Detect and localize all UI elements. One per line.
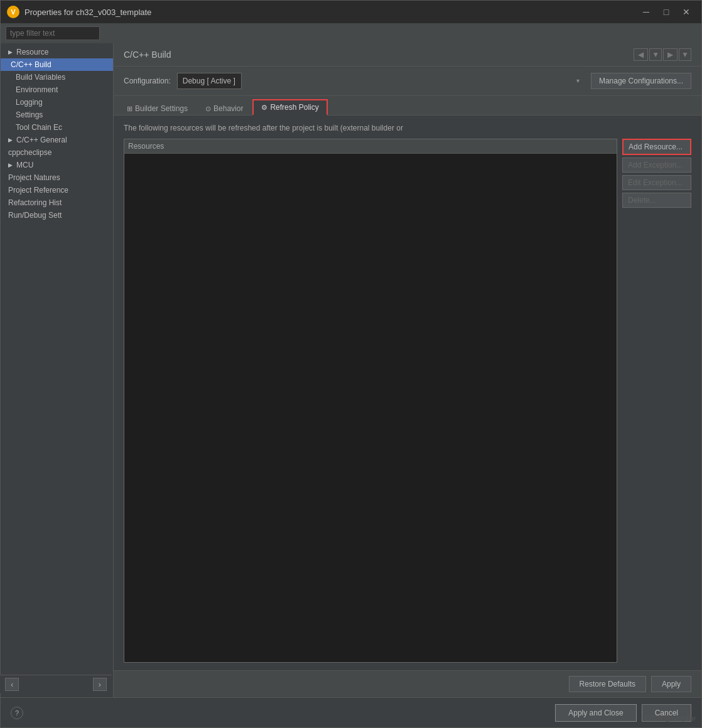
add-resource-button[interactable]: Add Resource... [622, 139, 691, 155]
sidebar-item-environment[interactable]: Environment [1, 83, 113, 96]
sidebar-item-build-variables[interactable]: Build Variables [1, 71, 113, 83]
sidebar-label-cpp-general: C/C++ General [16, 136, 67, 144]
sidebar-scroll-left[interactable]: ‹ [5, 678, 19, 691]
sidebar-label-logging: Logging [16, 98, 43, 107]
tab-builder-settings[interactable]: ⊞ Builder Settings [119, 101, 196, 115]
edit-exception-button[interactable]: Edit Exception... [622, 175, 691, 190]
behavior-icon: ⊙ [205, 105, 211, 113]
window-title: Properties for ch32_v003_template [24, 8, 151, 17]
arrow-icon-mcu: ▶ [8, 162, 13, 168]
sidebar-item-tool-chain-ec[interactable]: Tool Chain Ec [1, 121, 113, 134]
resources-content [124, 154, 617, 662]
sidebar-item-run-debug-sett[interactable]: Run/Debug Sett [1, 209, 113, 222]
sidebar-label-settings: Settings [16, 110, 43, 119]
config-row: Configuration: Debug [ Active ] Manage C… [114, 67, 701, 96]
sidebar-label-cpp-build: C/C++ Build [11, 60, 51, 69]
right-panel: C/C++ Build ◀ ▼ ▶ ▼ Configuration: Debug… [114, 43, 701, 697]
minimize-button[interactable]: ─ [637, 5, 655, 19]
sidebar-label-run-debug-sett: Run/Debug Sett [8, 211, 62, 220]
title-bar-left: V Properties for ch32_v003_template [7, 6, 151, 18]
description-text: The following resources will be refreshe… [124, 123, 691, 134]
tab-refresh-policy[interactable]: ⚙ Refresh Policy [252, 99, 327, 115]
sidebar-label-cppcheclipse: cppcheclipse [8, 148, 51, 157]
sidebar-item-project-references[interactable]: Project Reference [1, 184, 113, 196]
forward-dropdown-button[interactable]: ▼ [679, 48, 691, 61]
tab-label-refresh-policy: Refresh Policy [270, 103, 318, 112]
apply-and-close-button[interactable]: Apply and Close [555, 704, 636, 722]
config-label: Configuration: [124, 77, 171, 85]
panel-title: C/C++ Build [124, 50, 171, 60]
sidebar-label-resource: Resource [16, 48, 48, 56]
content-area: The following resources will be refreshe… [114, 115, 701, 670]
panel-header: C/C++ Build ◀ ▼ ▶ ▼ [114, 43, 701, 67]
resources-with-buttons: Resources Add Resource... Add Exception.… [124, 139, 691, 663]
manage-configurations-button[interactable]: Manage Configurations... [591, 73, 691, 89]
tab-label-behavior: Behavior [213, 104, 243, 113]
sidebar-item-refactoring-hist[interactable]: Refactoring Hist [1, 196, 113, 209]
sidebar-item-settings[interactable]: Settings [1, 109, 113, 121]
tab-bar: ⊞ Builder Settings ⊙ Behavior ⚙ Refresh … [114, 96, 701, 115]
back-dropdown-button[interactable]: ▼ [649, 48, 662, 61]
sidebar-item-cppcheclipse[interactable]: cppcheclipse [1, 146, 113, 159]
main-content: ▶ Resource C/C++ Build Build Variables E… [1, 43, 701, 697]
config-select-wrapper: Debug [ Active ] [177, 73, 585, 89]
sidebar-item-mcu[interactable]: ▶ MCU [1, 159, 113, 171]
builder-settings-icon: ⊞ [127, 105, 132, 113]
config-select[interactable]: Debug [ Active ] [177, 73, 242, 89]
arrow-icon: ▶ [8, 49, 13, 55]
sidebar-label-mcu: MCU [16, 161, 33, 169]
sidebar-scroll-right[interactable]: › [93, 678, 107, 691]
filter-input[interactable] [6, 26, 100, 40]
resources-section: Resources [124, 139, 617, 663]
filter-bar [1, 23, 701, 43]
window-controls: ─ □ ✕ [637, 5, 695, 19]
footer: ? Apply and Close Cancel [1, 697, 701, 727]
sidebar: ▶ Resource C/C++ Build Build Variables E… [1, 43, 114, 697]
tab-label-builder-settings: Builder Settings [135, 104, 188, 113]
resources-label: Resources [124, 139, 617, 154]
close-button[interactable]: ✕ [678, 5, 695, 19]
sidebar-label-build-variables: Build Variables [16, 73, 65, 82]
back-button[interactable]: ◀ [634, 48, 648, 61]
sidebar-label-project-natures: Project Natures [8, 173, 60, 182]
apply-button[interactable]: Apply [651, 676, 691, 692]
sidebar-label-tool-chain-ec: Tool Chain Ec [16, 123, 62, 132]
sidebar-item-logging[interactable]: Logging [1, 96, 113, 109]
sidebar-item-resource[interactable]: ▶ Resource [1, 46, 113, 58]
title-bar: V Properties for ch32_v003_template ─ □ … [1, 1, 701, 23]
bottom-bar: Restore Defaults Apply [114, 670, 701, 697]
sidebar-item-cpp-build[interactable]: C/C++ Build [1, 58, 113, 71]
resource-buttons: Add Resource... Add Exception... Edit Ex… [622, 139, 691, 663]
tab-behavior[interactable]: ⊙ Behavior [197, 101, 251, 115]
forward-button[interactable]: ▶ [663, 48, 678, 61]
maximize-button[interactable]: □ [657, 5, 675, 19]
sidebar-item-project-natures[interactable]: Project Natures [1, 171, 113, 184]
sidebar-label-environment: Environment [16, 85, 58, 94]
sidebar-label-project-references: Project Reference [8, 186, 68, 195]
delete-button[interactable]: Delete... [622, 193, 691, 208]
refresh-policy-icon: ⚙ [261, 104, 267, 112]
app-icon: V [7, 6, 19, 18]
nav-buttons: ◀ ▼ ▶ ▼ [634, 48, 691, 61]
sidebar-item-cpp-general[interactable]: ▶ C/C++ General [1, 134, 113, 146]
restore-defaults-button[interactable]: Restore Defaults [569, 676, 646, 692]
arrow-icon-general: ▶ [8, 137, 13, 143]
add-exception-button[interactable]: Add Exception... [622, 158, 691, 173]
watermark: CSDN @xiaoyibar [645, 715, 696, 722]
sidebar-label-refactoring-hist: Refactoring Hist [8, 198, 62, 207]
main-window: V Properties for ch32_v003_template ─ □ … [0, 0, 702, 728]
help-icon[interactable]: ? [11, 707, 23, 719]
